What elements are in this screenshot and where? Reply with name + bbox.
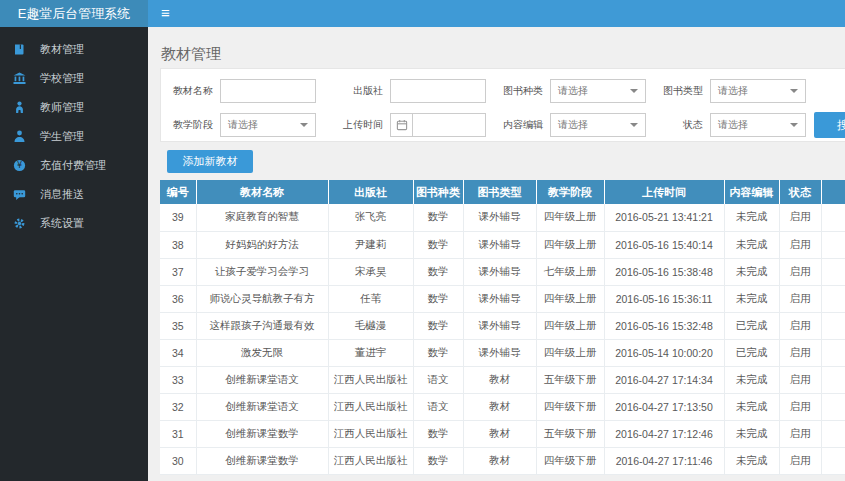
table-header-row: 编号 教材名称 出版社 图书种类 图书类型 教学阶段 上传时间 内容编辑 状态 [160,180,845,204]
publisher-label: 出版社 [336,84,383,98]
cell-content-editor: 已完成 [724,312,779,339]
cell-teaching-stage: 四年级下册 [536,393,604,420]
cell-book-category: 语文 [413,393,463,420]
cell-publisher: 毛樾漫 [328,312,413,339]
cell-upload-time: 2016-04-27 17:14:34 [604,366,724,393]
cell-status: 启用 [779,312,821,339]
chevron-down-icon [630,89,638,93]
cell-id: 35 [160,312,196,339]
cell-upload-time: 2016-05-16 15:40:14 [604,231,724,258]
topbar: E趣堂后台管理系统 ≡ [0,0,845,27]
chevron-down-icon [630,123,638,127]
publisher-input[interactable] [390,79,486,103]
table-row: 34 激发无限 董进宇 数学 课外辅导 四年级上册 2016-05-14 10:… [160,339,845,366]
student-icon [13,130,27,143]
search-button[interactable]: 搜索 [814,112,845,138]
cell-content-editor: 未完成 [724,393,779,420]
sidebar-item-textbook-management[interactable]: 教材管理 [0,35,148,64]
cell-id: 32 [160,393,196,420]
cell-teaching-stage: 四年级上册 [536,231,604,258]
textbook-name-input[interactable] [220,79,316,103]
cell-id: 39 [160,204,196,231]
cell-id: 31 [160,420,196,447]
header-teaching-stage: 教学阶段 [536,180,604,204]
chevron-down-icon [790,89,798,93]
cell-teaching-stage: 四年级上册 [536,285,604,312]
teaching-stage-select[interactable]: 请选择 [220,113,316,137]
sidebar-item-label: 学校管理 [40,71,84,86]
cell-actions [821,231,845,258]
sidebar-item-label: 学生管理 [40,129,84,144]
sidebar-item-system-settings[interactable]: 系统设置 [0,209,148,238]
table-row: 39 家庭教育的智慧 张飞亮 数学 课外辅导 四年级上册 2016-05-21 … [160,204,845,231]
cell-actions [821,258,845,285]
table-row: 30 创维新课堂数学 江西人民出版社 数学 教材 四年级下册 2016-04-2… [160,447,845,474]
cell-publisher: 宋承昊 [328,258,413,285]
cell-book-category: 数学 [413,312,463,339]
cell-actions [821,393,845,420]
cell-book-type: 教材 [463,366,536,393]
cell-content-editor: 未完成 [724,447,779,474]
cell-teaching-stage: 四年级上册 [536,204,604,231]
cell-book-type: 教材 [463,447,536,474]
cell-teaching-stage: 四年级下册 [536,447,604,474]
book-category-label: 图书种类 [496,84,543,98]
upload-time-input[interactable] [413,114,485,136]
svg-text:¥: ¥ [17,161,22,170]
cell-book-category: 数学 [413,420,463,447]
book-type-select[interactable]: 请选择 [710,79,806,103]
table-row: 37 让孩子爱学习会学习 宋承昊 数学 课外辅导 七年级上册 2016-05-1… [160,258,845,285]
sidebar-item-student-management[interactable]: 学生管理 [0,122,148,151]
cell-book-type: 课外辅导 [463,339,536,366]
cell-textbook-name: 这样跟孩子沟通最有效 [196,312,328,339]
add-textbook-button[interactable]: 添加新教材 [167,150,253,173]
header-id: 编号 [160,180,196,204]
cell-upload-time: 2016-05-16 15:32:48 [604,312,724,339]
cell-book-type: 课外辅导 [463,258,536,285]
settings-icon [13,217,27,230]
filter-panel: 教材名称 出版社 图书种类 请选择 图书类型 请选择 教学阶段 请选择 上传 [160,68,845,142]
cell-status: 启用 [779,204,821,231]
book-category-select[interactable]: 请选择 [550,79,646,103]
cell-id: 37 [160,258,196,285]
cell-content-editor: 未完成 [724,420,779,447]
header-book-type: 图书类型 [463,180,536,204]
sidebar-item-payment-management[interactable]: ¥ 充值付费管理 [0,151,148,180]
cell-actions [821,420,845,447]
cell-id: 36 [160,285,196,312]
cell-book-type: 课外辅导 [463,204,536,231]
cell-textbook-name: 师说心灵导航教子有方 [196,285,328,312]
cell-status: 启用 [779,258,821,285]
cell-book-type: 教材 [463,420,536,447]
table-row: 31 创维新课堂数学 江西人民出版社 数学 教材 五年级下册 2016-04-2… [160,420,845,447]
cell-textbook-name: 让孩子爱学习会学习 [196,258,328,285]
sidebar-item-teacher-management[interactable]: 教师管理 [0,93,148,122]
status-label: 状态 [656,118,703,132]
cell-upload-time: 2016-05-16 15:36:11 [604,285,724,312]
textbook-name-label: 教材名称 [166,84,213,98]
header-content-editor: 内容编辑 [724,180,779,204]
cell-textbook-name: 创维新课堂语文 [196,393,328,420]
filter-row-1: 教材名称 出版社 图书种类 请选择 图书类型 请选择 [161,79,845,103]
sidebar-toggle-button[interactable]: ≡ [148,0,183,27]
payment-icon: ¥ [13,159,27,172]
status-select[interactable]: 请选择 [710,113,806,137]
sidebar-item-school-management[interactable]: 学校管理 [0,64,148,93]
book-type-label: 图书类型 [656,84,703,98]
sidebar-item-label: 系统设置 [40,216,84,231]
cell-actions [821,339,845,366]
cell-textbook-name: 激发无限 [196,339,328,366]
cell-upload-time: 2016-05-16 15:38:48 [604,258,724,285]
page-title: 教材管理 [161,45,221,64]
calendar-icon[interactable] [391,114,413,136]
cell-book-type: 课外辅导 [463,231,536,258]
cell-book-category: 语文 [413,366,463,393]
cell-teaching-stage: 五年级下册 [536,366,604,393]
school-icon [13,72,27,85]
cell-book-category: 数学 [413,447,463,474]
cell-actions [821,204,845,231]
content-editor-select[interactable]: 请选择 [550,113,646,137]
sidebar: 教材管理 学校管理 教师管理 学生管理 ¥ 充值付费管理 消息推送 系统设置 [0,27,148,481]
sidebar-item-message-push[interactable]: 消息推送 [0,180,148,209]
cell-status: 启用 [779,366,821,393]
